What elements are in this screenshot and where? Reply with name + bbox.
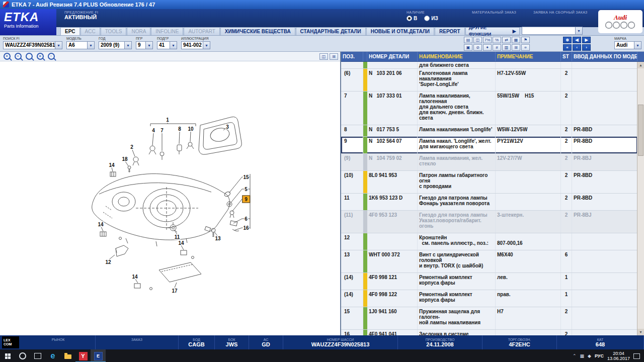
zoom-in-icon[interactable]: + xyxy=(2,52,12,60)
tab-nora[interactable]: NORA xyxy=(127,27,150,35)
notification-center-icon[interactable] xyxy=(633,353,640,359)
tab-новые-и-отм-детали[interactable]: НОВЫЕ И ОТМ.ДЕТАЛИ xyxy=(366,27,434,35)
chevron-down-icon[interactable]: ▼ xyxy=(55,42,62,49)
pan-view-icon[interactable]: ⊞ xyxy=(330,53,338,60)
callout-13[interactable]: 13 xyxy=(214,236,221,241)
scroll-down-icon[interactable]: ▼ xyxy=(637,329,644,335)
callout-5[interactable]: 5 xyxy=(244,187,248,192)
chevron-down-icon[interactable]: ▼ xyxy=(124,42,131,49)
callout-4[interactable]: 4 xyxy=(151,128,155,133)
filter-select-2[interactable]: 2009 (9)▼ xyxy=(99,41,132,49)
callout-14[interactable]: 14 xyxy=(131,274,138,280)
brand-select[interactable]: Audi ▼ xyxy=(614,41,641,49)
filter-select-0[interactable]: WAUZZZ4F39N025813▼ xyxy=(3,41,62,49)
callout-1[interactable]: 1 xyxy=(166,117,170,123)
taskbar-file-explorer[interactable] xyxy=(60,349,75,362)
filter-select-3[interactable]: 9▼ xyxy=(136,41,153,49)
zoom-window-icon[interactable]: ▫ xyxy=(46,52,56,60)
callout-6[interactable]: 6 xyxy=(244,216,248,222)
table-row[interactable]: 13WHT 000 372Винт с цилиндрической голов… xyxy=(341,250,637,273)
tab-epc[interactable]: EPC xyxy=(60,27,80,35)
table-scrollbar[interactable]: ▲ ▼ xyxy=(637,62,644,335)
next-page-icon[interactable]: › xyxy=(582,44,591,51)
table-row[interactable]: 111K6 953 123 DГнездо для патрона лампы … xyxy=(341,194,637,211)
start-button[interactable] xyxy=(0,349,15,362)
tray-volume-icon[interactable]: ◆ xyxy=(588,353,591,358)
title-bar[interactable]: ETKA 7 - Audi Ревизия 7.4 PLUS Обновлени… xyxy=(0,0,644,9)
radio-icon[interactable] xyxy=(407,16,412,21)
flag-icon[interactable]: ⚑ xyxy=(521,37,530,43)
taskbar-edge[interactable]: e xyxy=(45,349,60,362)
prev-illustration-icon[interactable]: ◀ xyxy=(573,37,581,43)
table-row[interactable]: 8N 017 753 5Лампа накаливания 'Longlife'… xyxy=(341,125,637,137)
callout-16[interactable]: 16 xyxy=(243,225,249,231)
availability-option-0[interactable]: В xyxy=(407,16,417,21)
table-row[interactable]: 151J0 941 160Пружинная защелка для галог… xyxy=(341,307,637,330)
parts-list-icon[interactable]: ▦ xyxy=(512,37,520,43)
table-row[interactable]: для ближнего света xyxy=(341,62,637,69)
scrollbar-thumb[interactable] xyxy=(638,105,643,156)
no-entry-icon[interactable]: ⊘ xyxy=(473,44,482,51)
tab-infoline[interactable]: INFOLINE xyxy=(151,27,183,35)
callout-9[interactable]: 9 xyxy=(242,196,250,203)
tab-report[interactable]: REPORT xyxy=(435,27,465,35)
tab-tools[interactable]: TOOLS xyxy=(101,27,127,35)
callout-14[interactable]: 14 xyxy=(178,240,184,246)
callout-11[interactable]: 11 xyxy=(174,234,181,240)
callout-14[interactable]: 14 xyxy=(108,162,115,168)
tray-language[interactable]: РУС xyxy=(595,353,604,358)
tray-clock[interactable]: 20:04 13.06.2017 xyxy=(607,351,630,361)
price-7-icon[interactable]: 7% xyxy=(483,37,492,43)
availability-option-1[interactable]: ИЗ xyxy=(424,16,438,21)
table-row[interactable]: (14)4F0 998 122Ремонтный комплект корпус… xyxy=(341,290,637,307)
col-qty[interactable]: ST xyxy=(561,52,572,61)
table-row[interactable]: (10)8L0 941 953Патрон лампы габаритного … xyxy=(341,171,637,194)
prev-page-icon[interactable]: ‹ xyxy=(573,44,581,51)
zoom-off-icon[interactable]: × xyxy=(35,52,45,60)
pin-icon[interactable]: ⊕ xyxy=(563,37,572,43)
col-note[interactable]: ПРИМЕЧАНИЕ xyxy=(496,52,561,61)
table-row[interactable]: 9N 102 564 07Лампа накал. 'Longlife', же… xyxy=(341,137,637,154)
callout-10[interactable]: 10 xyxy=(187,126,194,132)
print-preview-icon[interactable]: ◫ xyxy=(473,37,482,43)
chevron-down-icon[interactable]: ▼ xyxy=(170,42,177,49)
callout-3[interactable]: 3 xyxy=(225,124,229,130)
col-part-number[interactable]: НОМЕР ДЕТАЛИ xyxy=(367,52,418,61)
diagram-canvas[interactable]: 147810231814155961614111314121417 xyxy=(0,61,340,335)
col-model-data[interactable]: ВВОД ДАННЫХ ПО МОДЕЛИ xyxy=(572,52,637,61)
col-pos[interactable]: ПОЗ. xyxy=(341,52,363,61)
swap-icon[interactable]: ⇄ xyxy=(502,37,511,43)
zoom-out-icon[interactable]: − xyxy=(13,52,23,60)
callout-7[interactable]: 7 xyxy=(160,128,164,133)
tab-стандартные-детали[interactable]: СТАНДАРТНЫЕ ДЕТАЛИ xyxy=(296,27,366,35)
scroll-up-icon[interactable]: ▲ xyxy=(637,62,644,68)
table-row[interactable]: (6)N 103 201 06Галогеновая лампа накалив… xyxy=(341,69,637,92)
radio-icon[interactable] xyxy=(424,16,430,21)
task-view-button[interactable] xyxy=(30,349,45,362)
table-row[interactable]: (9)N 104 759 02Лампа накаливания, жел. с… xyxy=(341,154,637,171)
col-name[interactable]: НАИМЕНОВАНИЕ xyxy=(418,52,496,61)
table-row[interactable]: (14)4F0 998 121Ремонтный комплект корпус… xyxy=(341,273,637,290)
select-icon[interactable]: ✦ xyxy=(483,44,492,51)
filter-select-4[interactable]: 41▼ xyxy=(157,41,177,49)
tray-network-icon[interactable]: ▦ xyxy=(580,353,585,358)
taskbar-y-app[interactable]: Y xyxy=(75,349,91,362)
callout-12[interactable]: 12 xyxy=(105,259,111,265)
table-row[interactable]: (11)4F0 953 123Гнездо для патрона лампы … xyxy=(341,211,637,233)
screen-icon[interactable]: ▣ xyxy=(464,44,472,51)
callout-18[interactable]: 18 xyxy=(121,156,128,162)
tab-химические-вещества[interactable]: ХИМИЧЕСКИЕ ВЕЩЕСТВА xyxy=(220,27,295,35)
callout-17[interactable]: 17 xyxy=(171,288,178,294)
next-illustration-icon[interactable]: ▶ xyxy=(582,37,591,43)
grid-icon[interactable]: ⊞ xyxy=(512,44,520,51)
tab-acc[interactable]: ACC xyxy=(80,27,100,35)
split-view-icon[interactable]: ◫ xyxy=(319,53,328,60)
first-page-icon[interactable]: « xyxy=(563,44,572,51)
chevron-down-icon[interactable]: ▼ xyxy=(634,42,641,49)
chevron-down-icon[interactable]: ▼ xyxy=(87,42,94,49)
callout-2[interactable]: 2 xyxy=(130,144,134,150)
filter-select-5[interactable]: 941-002▼ xyxy=(181,41,210,49)
tray-expand-icon[interactable]: ⌃ xyxy=(573,353,577,358)
table-row[interactable]: 164F0 941 041Заслонка в системе вентиляц… xyxy=(341,330,637,335)
chevron-down-icon[interactable]: ▼ xyxy=(203,42,210,49)
